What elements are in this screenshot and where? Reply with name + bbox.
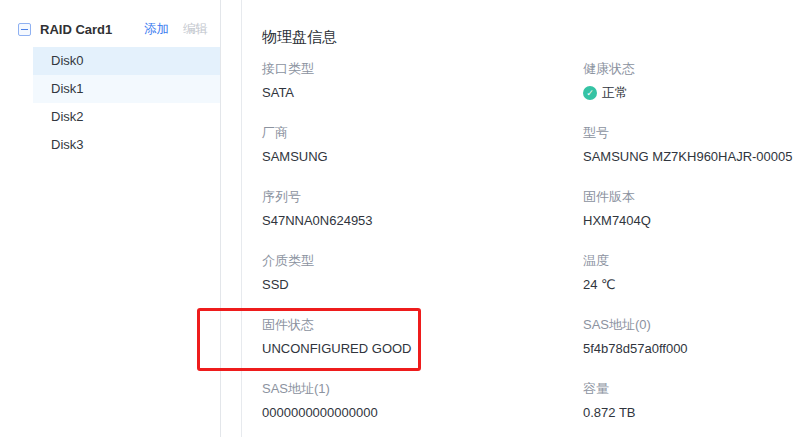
field-value-text: HXM7404Q — [583, 214, 651, 228]
field-value: ✓ SAMSUNG MZ7KH960HAJR-00005 — [583, 150, 812, 164]
disk-tree-sidebar: RAID Card1 添加 编辑 Disk0 Disk1 Disk2 Disk3 — [0, 0, 221, 437]
field-value: ✓ 24 ℃ — [583, 278, 812, 292]
disk-label: Disk2 — [51, 109, 84, 124]
field-value-text: UNCONFIGURED GOOD — [262, 342, 412, 356]
field-label: SAS地址(1) — [262, 382, 583, 396]
info-field: 固件状态 ✓ UNCONFIGURED GOOD — [262, 318, 583, 356]
info-field: 健康状态 ✓ 正常 — [583, 62, 812, 100]
field-value-text: SAMSUNG MZ7KH960HAJR-00005 — [583, 150, 793, 164]
disk-label: Disk0 — [51, 53, 84, 68]
field-value: ✓ 0.872 TB — [583, 406, 812, 420]
field-label: 序列号 — [262, 190, 583, 204]
info-field: 序列号 ✓ S47NNA0N624953 — [262, 190, 583, 228]
field-value: ✓ SAMSUNG — [262, 150, 583, 164]
field-value: ✓ SSD — [262, 278, 583, 292]
collapse-minus-icon[interactable] — [18, 23, 31, 36]
field-label: 固件版本 — [583, 190, 812, 204]
field-value-text: SSD — [262, 278, 289, 292]
field-value: ✓ 5f4b78d57a0ff000 — [583, 342, 812, 356]
field-value-text: 0.872 TB — [583, 406, 636, 420]
disk-label: Disk3 — [51, 137, 84, 152]
tree-node-label: RAID Card1 — [40, 22, 112, 37]
physical-disk-info-panel: 物理盘信息 接口类型 ✓ SATA 健康状态 ✓ 正常 厂商 ✓ SAMSUNG… — [242, 0, 812, 437]
disk-list-item-disk1[interactable]: Disk1 — [33, 75, 220, 103]
field-value-text: S47NNA0N624953 — [262, 214, 373, 228]
info-field: SAS地址(0) ✓ 5f4b78d57a0ff000 — [583, 318, 812, 356]
field-label: 接口类型 — [262, 62, 583, 76]
field-value: ✓ UNCONFIGURED GOOD — [262, 342, 583, 356]
field-label: 健康状态 — [583, 62, 812, 76]
info-field: 介质类型 ✓ SSD — [262, 254, 583, 292]
field-value-text: 24 ℃ — [583, 278, 616, 292]
field-value: ✓ HXM7404Q — [583, 214, 812, 228]
disk-list-item-disk3[interactable]: Disk3 — [33, 131, 220, 159]
tree-node-actions: 添加 编辑 — [144, 21, 208, 38]
info-field: 型号 ✓ SAMSUNG MZ7KH960HAJR-00005 — [583, 126, 812, 164]
field-value-text: 5f4b78d57a0ff000 — [583, 342, 688, 356]
field-value: ✓ SATA — [262, 86, 583, 100]
field-label: 固件状态 — [262, 318, 583, 332]
field-label: 厂商 — [262, 126, 583, 140]
info-field: 厂商 ✓ SAMSUNG — [262, 126, 583, 164]
info-field: 接口类型 ✓ SATA — [262, 62, 583, 100]
field-value: ✓ S47NNA0N624953 — [262, 214, 583, 228]
field-value: ✓ 0000000000000000 — [262, 406, 583, 420]
field-value-text: 正常 — [602, 86, 628, 100]
page-title: 物理盘信息 — [262, 28, 812, 46]
field-label: 容量 — [583, 382, 812, 396]
info-field: 容量 ✓ 0.872 TB — [583, 382, 812, 420]
info-field: 温度 ✓ 24 ℃ — [583, 254, 812, 292]
disk-label: Disk1 — [51, 81, 84, 96]
fields-grid: 接口类型 ✓ SATA 健康状态 ✓ 正常 厂商 ✓ SAMSUNG 型号 ✓ … — [262, 62, 812, 437]
add-link[interactable]: 添加 — [144, 21, 169, 38]
field-value-text: 0000000000000000 — [262, 406, 378, 420]
edit-link[interactable]: 编辑 — [183, 21, 208, 38]
field-label: 介质类型 — [262, 254, 583, 268]
field-value-text: SAMSUNG — [262, 150, 328, 164]
tree-node-raid-card[interactable]: RAID Card1 添加 编辑 — [0, 16, 220, 42]
disk-list-item-disk2[interactable]: Disk2 — [33, 103, 220, 131]
field-label: 型号 — [583, 126, 812, 140]
field-label: SAS地址(0) — [583, 318, 812, 332]
disk-list: Disk0 Disk1 Disk2 Disk3 — [0, 47, 220, 159]
info-field: 固件版本 ✓ HXM7404Q — [583, 190, 812, 228]
field-value: ✓ 正常 — [583, 86, 812, 100]
disk-list-item-disk0[interactable]: Disk0 — [33, 47, 220, 75]
field-value-text: SATA — [262, 86, 294, 100]
field-label: 温度 — [583, 254, 812, 268]
check-circle-icon: ✓ — [583, 86, 597, 100]
info-field: SAS地址(1) ✓ 0000000000000000 — [262, 382, 583, 420]
